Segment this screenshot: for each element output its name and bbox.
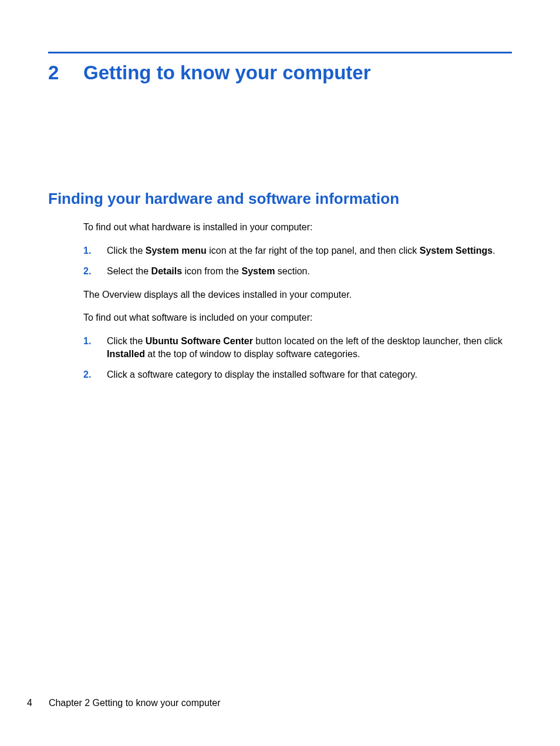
paragraph-sw-intro: To find out what software is included on…	[83, 311, 512, 324]
document-page: 2 Getting to know your computer Finding …	[0, 0, 560, 381]
list-number: 1.	[83, 244, 107, 257]
list-content: Click the System menu icon at the far ri…	[107, 244, 512, 257]
list-content: Click a software category to display the…	[107, 368, 512, 381]
list-number: 2.	[83, 368, 107, 381]
section-heading: Finding your hardware and software infor…	[48, 190, 512, 208]
list-item: 1. Click the Ubuntu Software Center butt…	[83, 335, 512, 360]
list-item: 2. Select the Details icon from the Syst…	[83, 265, 512, 278]
list-number: 1.	[83, 335, 107, 360]
chapter-heading: 2 Getting to know your computer	[48, 62, 512, 84]
page-footer: 4 Chapter 2 Getting to know your compute…	[27, 698, 221, 708]
chapter-divider	[48, 52, 512, 53]
chapter-number: 2	[48, 62, 83, 84]
hardware-steps-list: 1. Click the System menu icon at the far…	[83, 244, 512, 278]
chapter-title: Getting to know your computer	[83, 62, 371, 84]
paragraph-overview: The Overview displays all the devices in…	[83, 288, 512, 301]
software-steps-list: 1. Click the Ubuntu Software Center butt…	[83, 335, 512, 381]
page-number: 4	[27, 698, 32, 708]
list-item: 1. Click the System menu icon at the far…	[83, 244, 512, 257]
list-item: 2. Click a software category to display …	[83, 368, 512, 381]
paragraph-hw-intro: To find out what hardware is installed i…	[83, 221, 512, 234]
list-content: Click the Ubuntu Software Center button …	[107, 335, 512, 360]
list-content: Select the Details icon from the System …	[107, 265, 512, 278]
list-number: 2.	[83, 265, 107, 278]
footer-chapter-label: Chapter 2 Getting to know your computer	[49, 698, 221, 708]
